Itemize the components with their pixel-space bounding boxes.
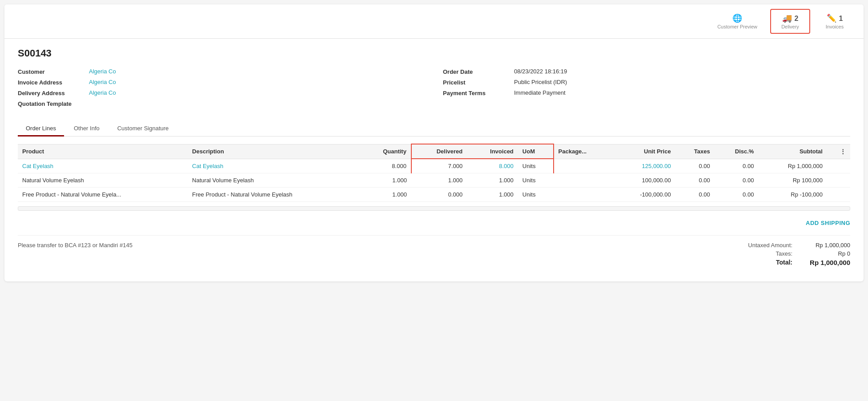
th-disc: Disc.% xyxy=(715,144,759,159)
delivery-label: Delivery xyxy=(781,24,799,29)
td-unit_price: 100,000.00 xyxy=(613,173,675,188)
th-more: ⋮ xyxy=(827,144,850,159)
tab-other-info[interactable]: Other Info xyxy=(66,121,108,136)
customer-preview-label: Customer Preview xyxy=(717,24,757,29)
customer-field-row: Customer Algeria Co xyxy=(18,68,425,75)
order-lines-table-wrapper: Product Description Quantity Delivered I… xyxy=(18,144,850,202)
total-value: Rp 1,000,000 xyxy=(806,259,850,266)
form-right: Order Date 08/23/2022 18:16:19 Pricelist… xyxy=(443,68,850,111)
order-date-field-row: Order Date 08/23/2022 18:16:19 xyxy=(443,68,850,75)
th-product: Product xyxy=(18,144,188,159)
td-product: Natural Volume Eyelash xyxy=(18,173,188,188)
th-uom: UoM xyxy=(518,144,554,159)
top-bar: 🌐 Customer Preview 🚚 2 Delivery ✏️ 1 Inv… xyxy=(4,4,864,39)
untaxed-value: Rp 1,000,000 xyxy=(806,242,850,249)
taxes-label: Taxes: xyxy=(776,250,792,257)
th-unit-price: Unit Price xyxy=(613,144,675,159)
tab-customer-signature[interactable]: Customer Signature xyxy=(109,121,177,136)
td-unit_price[interactable]: 125,000.00 xyxy=(613,159,675,173)
td-uom: Units xyxy=(518,188,554,202)
td-package xyxy=(554,188,613,202)
td-package xyxy=(554,173,613,188)
td-taxes: 0.00 xyxy=(675,159,715,173)
td-uom: Units xyxy=(518,159,554,173)
td-subtotal: Rp 100,000 xyxy=(758,173,827,188)
order-table-body: Cat EyelashCat Eyelash8.0007.0008.000Uni… xyxy=(18,159,850,202)
td-product: Free Product - Natural Volume Eyela... xyxy=(18,188,188,202)
th-invoiced: Invoiced xyxy=(467,144,518,159)
td-invoiced: 1.000 xyxy=(467,173,518,188)
customer-preview-button[interactable]: 🌐 Customer Preview xyxy=(709,9,766,33)
untaxed-amount-row: Untaxed Amount: Rp 1,000,000 xyxy=(735,242,850,249)
payment-terms-value: Immediate Payment xyxy=(514,89,566,96)
invoice-address-value[interactable]: Algeria Co xyxy=(89,79,116,85)
delivery-address-label: Delivery Address xyxy=(18,89,89,96)
order-title: S00143 xyxy=(18,48,850,59)
totals-block: Untaxed Amount: Rp 1,000,000 Taxes: Rp 0… xyxy=(735,242,850,268)
th-subtotal: Subtotal xyxy=(758,144,827,159)
table-row: Natural Volume EyelashNatural Volume Eye… xyxy=(18,173,850,188)
th-description: Description xyxy=(188,144,360,159)
table-row: Cat EyelashCat Eyelash8.0007.0008.000Uni… xyxy=(18,159,850,173)
td-more xyxy=(827,173,850,188)
pricelist-value: Public Pricelist (IDR) xyxy=(514,79,567,85)
td-description[interactable]: Cat Eyelash xyxy=(188,159,360,173)
td-taxes: 0.00 xyxy=(675,188,715,202)
form-fields: Customer Algeria Co Invoice Address Alge… xyxy=(18,68,850,111)
td-uom: Units xyxy=(518,173,554,188)
td-subtotal: Rp 1,000,000 xyxy=(758,159,827,173)
payment-terms-label: Payment Terms xyxy=(443,89,514,96)
invoices-label: Invoices xyxy=(826,24,844,29)
td-invoiced[interactable]: 8.000 xyxy=(467,159,518,173)
order-lines-table: Product Description Quantity Delivered I… xyxy=(18,144,850,202)
form-left: Customer Algeria Co Invoice Address Alge… xyxy=(18,68,425,111)
order-date-value: 08/23/2022 18:16:19 xyxy=(514,68,567,75)
taxes-value: Rp 0 xyxy=(806,250,850,257)
th-delivered: Delivered xyxy=(411,144,467,159)
delivery-button[interactable]: 🚚 2 Delivery xyxy=(770,9,810,34)
untaxed-label: Untaxed Amount: xyxy=(748,242,792,249)
th-taxes: Taxes xyxy=(675,144,715,159)
tab-order-lines[interactable]: Order Lines xyxy=(18,121,64,136)
delivery-address-value[interactable]: Algeria Co xyxy=(89,89,116,96)
horizontal-scrollbar[interactable] xyxy=(18,206,850,211)
td-product[interactable]: Cat Eyelash xyxy=(18,159,188,173)
taxes-row: Taxes: Rp 0 xyxy=(735,250,850,257)
td-subtotal: Rp -100,000 xyxy=(758,188,827,202)
total-row: Total: Rp 1,000,000 xyxy=(735,259,850,266)
note-text: Please transfer to BCA #123 or Mandiri #… xyxy=(18,242,133,268)
td-quantity: 1.000 xyxy=(360,173,411,188)
td-delivered: 7.000 xyxy=(411,159,467,173)
th-quantity: Quantity xyxy=(360,144,411,159)
td-delivered: 1.000 xyxy=(411,173,467,188)
pricelist-label: Pricelist xyxy=(443,79,514,86)
td-more xyxy=(827,159,850,173)
td-quantity: 1.000 xyxy=(360,188,411,202)
td-invoiced: 1.000 xyxy=(467,188,518,202)
truck-icon: 🚚 xyxy=(782,13,792,23)
td-disc: 0.00 xyxy=(715,173,759,188)
td-delivered: 0.000 xyxy=(411,188,467,202)
td-more xyxy=(827,188,850,202)
payment-terms-field-row: Payment Terms Immediate Payment xyxy=(443,89,850,96)
td-disc: 0.00 xyxy=(715,188,759,202)
order-date-label: Order Date xyxy=(443,68,514,75)
th-package: Package... xyxy=(554,144,613,159)
note-area: Please transfer to BCA #123 or Mandiri #… xyxy=(18,235,850,273)
invoice-address-field-row: Invoice Address Algeria Co xyxy=(18,79,425,86)
quotation-template-label: Quotation Template xyxy=(18,100,89,107)
invoice-address-label: Invoice Address xyxy=(18,79,89,86)
edit-icon: ✏️ xyxy=(827,13,836,23)
customer-value[interactable]: Algeria Co xyxy=(89,68,116,75)
total-label: Total: xyxy=(776,259,792,266)
invoices-count: 1 xyxy=(839,15,843,23)
form-area: S00143 Customer Algeria Co Invoice Addre… xyxy=(4,39,864,281)
invoices-button[interactable]: ✏️ 1 Invoices xyxy=(815,9,855,33)
add-shipping-button[interactable]: ADD SHIPPING xyxy=(806,220,850,226)
globe-icon: 🌐 xyxy=(732,13,742,23)
table-footer: ADD SHIPPING xyxy=(18,215,850,231)
table-row: Free Product - Natural Volume Eyela...Fr… xyxy=(18,188,850,202)
td-unit_price: -100,000.00 xyxy=(613,188,675,202)
pricelist-field-row: Pricelist Public Pricelist (IDR) xyxy=(443,79,850,86)
invoices-btn-inner: ✏️ 1 xyxy=(827,13,843,24)
